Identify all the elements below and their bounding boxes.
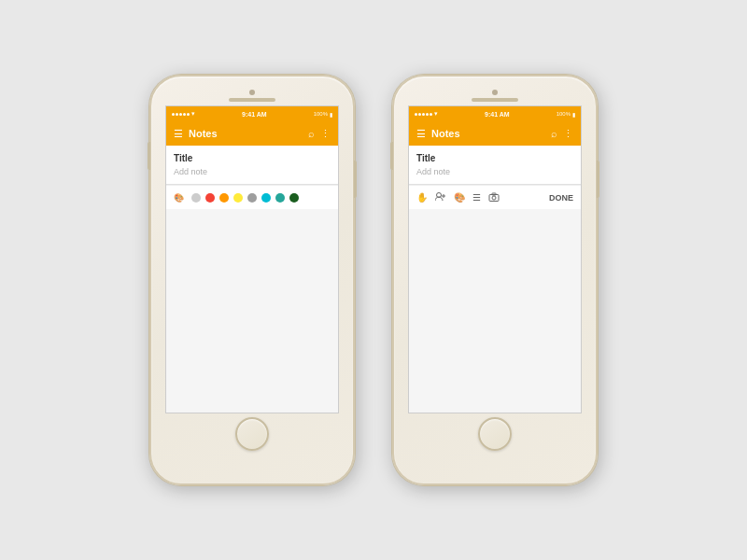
app-title-1: Notes bbox=[189, 128, 303, 139]
signal-dots-2 bbox=[415, 113, 432, 116]
content-area-1 bbox=[166, 209, 338, 413]
more-icon-1[interactable]: ⋮ bbox=[320, 128, 331, 140]
speaker-2 bbox=[472, 98, 518, 102]
note-title-2[interactable]: Title bbox=[416, 153, 573, 163]
camera-dot-1 bbox=[249, 90, 255, 95]
status-right-2: 100% ▮ bbox=[557, 111, 575, 118]
note-title-1[interactable]: Title bbox=[174, 153, 331, 163]
battery-text-1: 100% bbox=[314, 111, 328, 117]
phone-top-2 bbox=[394, 84, 596, 105]
home-button-1[interactable] bbox=[235, 417, 269, 451]
color-cyan[interactable] bbox=[261, 193, 271, 203]
phone-2: ▾ 9:41 AM 100% ▮ ☰ Notes ⌕ ⋮ Title Add n… bbox=[392, 75, 598, 485]
color-yellow[interactable] bbox=[233, 193, 243, 203]
signal-dots-1 bbox=[172, 113, 190, 116]
wifi-icon-1: ▾ bbox=[191, 110, 195, 118]
palette-icon-1[interactable]: 🎨 bbox=[174, 193, 184, 203]
status-time-1: 9:41 AM bbox=[242, 111, 267, 118]
menu-icon-2[interactable]: ☰ bbox=[416, 128, 426, 140]
battery-icon-2: ▮ bbox=[572, 111, 575, 118]
screen-1: ▾ 9:41 AM 100% ▮ ☰ Notes ⌕ ⋮ Title Add n… bbox=[165, 105, 339, 413]
color-orange[interactable] bbox=[219, 193, 229, 203]
camera-dot-2 bbox=[492, 90, 498, 95]
phone-1: ▾ 9:41 AM 100% ▮ ☰ Notes ⌕ ⋮ Title Add n… bbox=[149, 75, 355, 485]
more-icon-2[interactable]: ⋮ bbox=[563, 128, 573, 140]
phone-top-1 bbox=[151, 84, 353, 105]
color-bottom-toolbar-1: 🎨 bbox=[166, 185, 338, 209]
status-bar-2: ▾ 9:41 AM 100% ▮ bbox=[409, 106, 581, 121]
battery-icon-1: ▮ bbox=[330, 111, 332, 118]
menu-icon-1[interactable]: ☰ bbox=[174, 128, 183, 140]
color-green[interactable] bbox=[289, 193, 299, 203]
battery-text-2: 100% bbox=[557, 111, 571, 117]
speaker-1 bbox=[229, 98, 275, 102]
home-button-2[interactable] bbox=[478, 417, 512, 451]
note-area-2: Title Add note bbox=[409, 146, 581, 185]
list-icon[interactable]: ☰ bbox=[472, 192, 481, 203]
color-mid-gray[interactable] bbox=[247, 193, 257, 203]
wifi-icon-2: ▾ bbox=[434, 110, 438, 118]
color-gray[interactable] bbox=[191, 193, 201, 203]
toolbar-1: ☰ Notes ⌕ ⋮ bbox=[166, 121, 338, 146]
note-area-1: Title Add note bbox=[166, 146, 338, 185]
status-right-1: 100% ▮ bbox=[314, 111, 332, 118]
done-button[interactable]: DONE bbox=[549, 193, 573, 203]
search-icon-2[interactable]: ⌕ bbox=[551, 128, 557, 139]
palette-icon-2[interactable]: 🎨 bbox=[454, 192, 465, 203]
color-red[interactable] bbox=[205, 193, 215, 203]
status-bar-1: ▾ 9:41 AM 100% ▮ bbox=[166, 106, 338, 121]
color-teal[interactable] bbox=[275, 193, 285, 203]
phones-container: ▾ 9:41 AM 100% ▮ ☰ Notes ⌕ ⋮ Title Add n… bbox=[149, 75, 598, 485]
toolbar-2: ☰ Notes ⌕ ⋮ bbox=[409, 121, 581, 146]
status-left-1: ▾ bbox=[172, 110, 195, 118]
screen-2: ▾ 9:41 AM 100% ▮ ☰ Notes ⌕ ⋮ Title Add n… bbox=[408, 105, 582, 413]
app-title-2: Notes bbox=[431, 128, 545, 139]
note-placeholder-2[interactable]: Add note bbox=[416, 167, 573, 176]
content-area-2 bbox=[409, 209, 581, 413]
color-palette-1 bbox=[191, 193, 299, 203]
svg-point-4 bbox=[492, 196, 496, 200]
status-left-2: ▾ bbox=[415, 110, 438, 118]
camera-icon[interactable] bbox=[488, 192, 500, 203]
status-time-2: 9:41 AM bbox=[485, 111, 510, 118]
search-icon-1[interactable]: ⌕ bbox=[308, 128, 315, 139]
add-person-icon[interactable] bbox=[435, 192, 446, 203]
hand-icon[interactable]: ✋ bbox=[416, 192, 428, 203]
action-bottom-toolbar-2: ✋ 🎨 ☰ bbox=[409, 185, 581, 209]
action-icons-2: ✋ 🎨 ☰ bbox=[416, 192, 542, 203]
note-placeholder-1[interactable]: Add note bbox=[174, 167, 331, 176]
